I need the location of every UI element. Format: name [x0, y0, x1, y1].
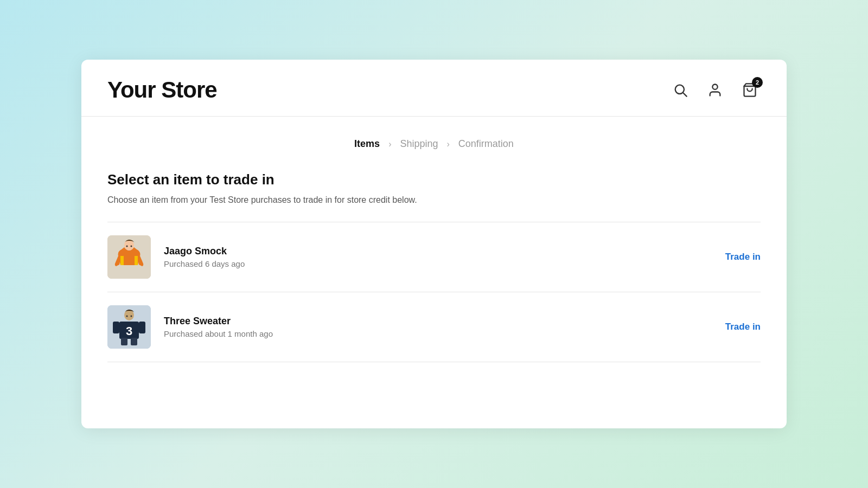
item-info-jaago: Jaago Smock Purchased 6 days ago — [164, 246, 712, 268]
item-info-sweater: Three Sweater Purchased about 1 month ag… — [164, 316, 712, 338]
cart-badge: 2 — [752, 77, 763, 88]
user-button[interactable] — [704, 79, 726, 101]
item-list: Jaago Smock Purchased 6 days ago Trade i… — [107, 222, 761, 362]
item-name-jaago: Jaago Smock — [164, 246, 712, 257]
item-name-sweater: Three Sweater — [164, 316, 712, 327]
header-icons: 2 — [669, 79, 761, 101]
item-thumbnail-jaago — [107, 235, 151, 279]
item-date-sweater: Purchased about 1 month ago — [164, 329, 712, 338]
item-thumbnail-sweater: 3 — [107, 305, 151, 349]
svg-line-1 — [683, 93, 686, 96]
svg-point-2 — [712, 85, 717, 89]
section-description: Choose an item from your Test Store purc… — [107, 194, 761, 207]
step-confirmation: Confirmation — [458, 138, 514, 150]
item-row: 3 — [107, 292, 761, 362]
svg-rect-14 — [113, 322, 119, 333]
search-icon — [673, 82, 688, 98]
trade-in-button-sweater[interactable]: Trade in — [725, 322, 761, 332]
cart-button[interactable]: 2 — [739, 79, 761, 101]
jaago-smock-image — [107, 235, 151, 279]
svg-point-6 — [126, 246, 128, 247]
three-sweater-image: 3 — [107, 305, 151, 349]
svg-point-13 — [131, 316, 132, 317]
stepper: Items › Shipping › Confirmation — [107, 138, 761, 150]
svg-text:3: 3 — [126, 324, 132, 338]
trade-in-button-jaago[interactable]: Trade in — [725, 252, 761, 262]
svg-rect-15 — [139, 322, 145, 333]
user-icon — [707, 82, 723, 98]
main-content: Items › Shipping › Confirmation Select a… — [81, 117, 787, 428]
section-title: Select an item to trade in — [107, 171, 761, 188]
store-title: Your Store — [107, 77, 217, 103]
item-date-jaago: Purchased 6 days ago — [164, 259, 712, 268]
svg-point-12 — [126, 316, 128, 317]
item-row: Jaago Smock Purchased 6 days ago Trade i… — [107, 222, 761, 292]
chevron-2-icon: › — [447, 139, 450, 149]
svg-rect-17 — [131, 338, 137, 345]
svg-point-7 — [131, 246, 132, 247]
chevron-1-icon: › — [388, 139, 391, 149]
header: Your Store 2 — [81, 60, 787, 117]
svg-rect-16 — [121, 338, 127, 345]
step-items: Items — [354, 138, 380, 150]
search-button[interactable] — [669, 79, 691, 101]
step-shipping: Shipping — [400, 138, 438, 150]
store-card: Your Store 2 — [81, 60, 787, 428]
